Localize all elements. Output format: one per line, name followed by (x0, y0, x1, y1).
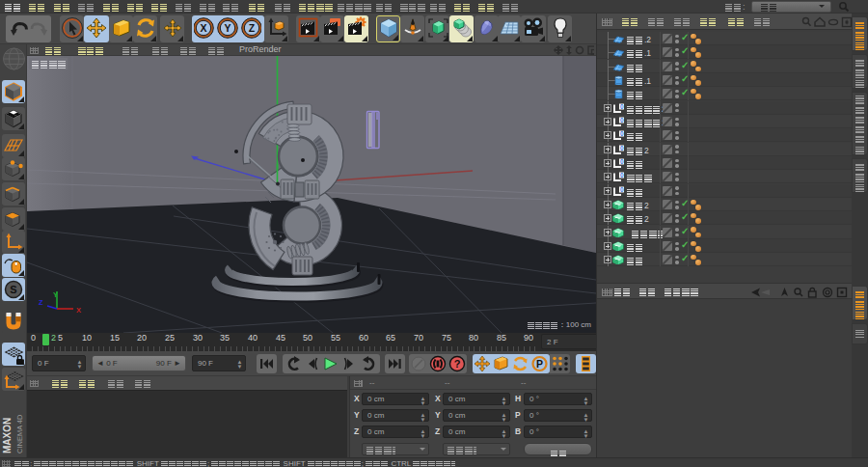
svg-text:0: 0 (620, 103, 624, 110)
svg-text:0: 0 (620, 172, 624, 179)
svg-text:X: X (200, 22, 206, 34)
svg-text:MAXON: MAXON (2, 418, 13, 453)
svg-text:0: 0 (620, 158, 624, 165)
svg-text:Y: Y (53, 290, 58, 299)
svg-text:?: ? (454, 358, 461, 370)
svg-text:P: P (536, 358, 543, 370)
svg-text:0: 0 (620, 117, 624, 124)
svg-text:0: 0 (620, 186, 624, 193)
svg-text:Z: Z (39, 298, 43, 307)
svg-text:Z: Z (249, 22, 256, 34)
svg-text:CINEMA 4D: CINEMA 4D (15, 414, 24, 453)
svg-text:0: 0 (620, 145, 624, 151)
svg-text:S: S (10, 284, 16, 295)
svg-text:X: X (76, 306, 81, 315)
svg-text:0: 0 (620, 130, 624, 137)
svg-text:Y: Y (224, 22, 231, 34)
